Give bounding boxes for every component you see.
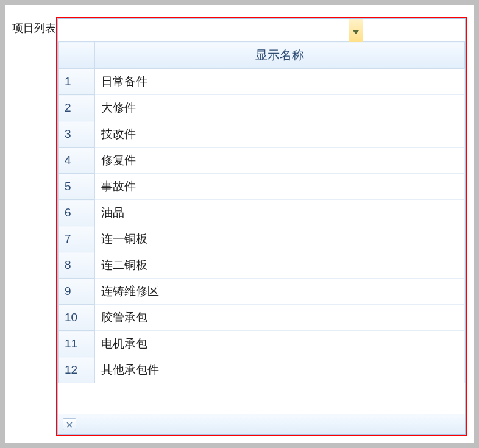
row-number: 2 bbox=[59, 95, 95, 121]
table-row[interactable]: 11电机承包 bbox=[59, 331, 465, 357]
dropdown-trigger[interactable] bbox=[349, 19, 363, 42]
row-name: 油品 bbox=[95, 200, 465, 226]
table-row[interactable]: 3技改件 bbox=[59, 121, 465, 148]
row-number: 7 bbox=[59, 226, 95, 252]
dropdown-panel: 显示名称 1日常备件2大修件3技改件4修复件5事故件6油品7连一铜板8连二铜板9… bbox=[57, 41, 466, 435]
row-name: 电机承包 bbox=[95, 331, 465, 357]
row-number: 12 bbox=[59, 357, 95, 383]
clear-button[interactable] bbox=[63, 418, 76, 430]
table-row[interactable]: 9连铸维修区 bbox=[59, 279, 465, 305]
row-number: 3 bbox=[59, 121, 95, 148]
row-name: 大修件 bbox=[95, 95, 465, 121]
field-label: 项目列表 bbox=[12, 17, 56, 35]
row-number: 9 bbox=[59, 279, 95, 305]
table-row[interactable]: 6油品 bbox=[59, 200, 465, 226]
row-name: 其他承包件 bbox=[95, 357, 465, 383]
row-number: 6 bbox=[59, 200, 95, 226]
table-row[interactable]: 4修复件 bbox=[59, 148, 465, 174]
row-name: 修复件 bbox=[95, 148, 465, 174]
table-row[interactable]: 1日常备件 bbox=[59, 69, 465, 95]
row-name: 胶管承包 bbox=[95, 305, 465, 331]
row-number: 8 bbox=[59, 252, 95, 279]
row-name: 日常备件 bbox=[95, 69, 465, 95]
table-row[interactable]: 10胶管承包 bbox=[59, 305, 465, 331]
chevron-down-icon bbox=[353, 24, 359, 37]
row-number: 11 bbox=[59, 331, 95, 357]
row-name: 连二铜板 bbox=[95, 252, 465, 279]
row-number: 10 bbox=[59, 305, 95, 331]
row-name: 事故件 bbox=[95, 174, 465, 200]
close-icon bbox=[66, 418, 73, 431]
dropdown-footer bbox=[58, 414, 465, 434]
row-number: 1 bbox=[59, 69, 95, 95]
grid-empty-area bbox=[58, 383, 465, 414]
row-number: 4 bbox=[59, 148, 95, 174]
column-header-number[interactable] bbox=[59, 42, 95, 69]
row-name: 技改件 bbox=[95, 121, 465, 148]
combo-input[interactable] bbox=[57, 18, 466, 41]
row-name: 连铸维修区 bbox=[95, 279, 465, 305]
table-row[interactable]: 7连一铜板 bbox=[59, 226, 465, 252]
row-number: 5 bbox=[59, 174, 95, 200]
table-row[interactable]: 12其他承包件 bbox=[59, 357, 465, 383]
table-row[interactable]: 2大修件 bbox=[59, 95, 465, 121]
column-header-name[interactable]: 显示名称 bbox=[95, 42, 465, 69]
table-row[interactable]: 8连二铜板 bbox=[59, 252, 465, 279]
row-name: 连一铜板 bbox=[95, 226, 465, 252]
table-row[interactable]: 5事故件 bbox=[59, 174, 465, 200]
combo-dropdown: 显示名称 1日常备件2大修件3技改件4修复件5事故件6油品7连一铜板8连二铜板9… bbox=[56, 17, 467, 436]
options-grid: 显示名称 1日常备件2大修件3技改件4修复件5事故件6油品7连一铜板8连二铜板9… bbox=[58, 41, 465, 383]
